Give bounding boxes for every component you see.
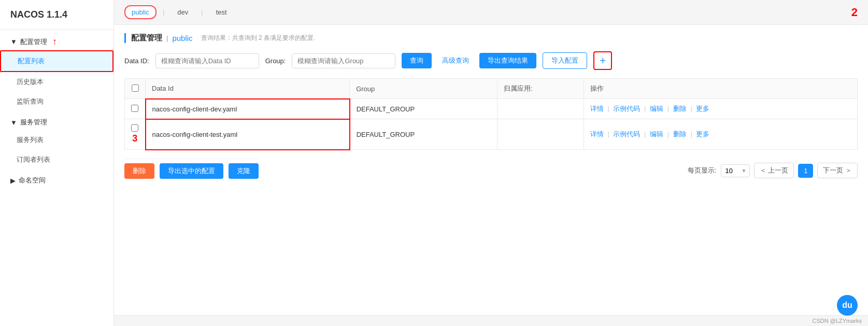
namespace-bar: public | dev | test 2 [114, 0, 868, 25]
prev-page-button[interactable]: ＜ 上一页 [754, 163, 794, 178]
row1-app [497, 99, 584, 119]
table-header-actions: 操作 [584, 79, 857, 99]
sidebar-group-service-label: 服务管理 [20, 118, 47, 127]
row2-actions: 详情 | 示例代码 | 编辑 | 删除 | 更多 [584, 119, 857, 150]
sidebar-item-listen-query[interactable]: 监听查询 [0, 92, 113, 111]
action-sep: | [690, 105, 692, 112]
action-sep: | [644, 105, 646, 112]
content-area: 配置管理 | public 查询结果：共查询到 2 条满足要求的配置. Data… [114, 25, 868, 315]
arrow-icon-2: ▼ [10, 119, 17, 126]
add-config-button[interactable]: + [593, 51, 612, 70]
group-label: Group: [265, 57, 286, 65]
sidebar-group-namespace-label: 命名空间 [19, 176, 46, 185]
row1-checkbox[interactable] [131, 105, 138, 112]
sidebar-group-label: 配置管理 [20, 37, 47, 47]
row1-delete-link[interactable]: 删除 [673, 105, 687, 112]
row1-checkbox-cell [125, 99, 146, 119]
delete-button[interactable]: 删除 [124, 163, 154, 179]
table-header-app: 归属应用: [497, 79, 584, 99]
ns-tab-dev[interactable]: dev [170, 6, 195, 19]
du-badge[interactable]: du [837, 295, 858, 316]
data-id-label: Data ID: [124, 57, 149, 65]
row2-checkbox[interactable] [131, 124, 138, 132]
next-page-button[interactable]: 下一页 ＞ [817, 163, 858, 178]
page-title: 配置管理 [131, 33, 162, 43]
ns-tab-public[interactable]: public [124, 5, 156, 19]
row2-group: DEFAULT_GROUP [350, 119, 497, 150]
page-size-select[interactable]: 10 20 50 100 [721, 164, 750, 177]
row2-delete-link[interactable]: 删除 [673, 130, 687, 138]
clone-button[interactable]: 克隆 [229, 163, 259, 179]
table-header-data-id: Data Id [146, 79, 350, 99]
row1-detail-link[interactable]: 详情 [590, 105, 604, 112]
table-row: nacos-config-client-dev.yaml DEFAULT_GRO… [125, 99, 858, 119]
pagination-bar: 每页显示: 10 20 50 100 ▼ ＜ 上一页 1 下一页 ＞ [688, 159, 858, 182]
advanced-query-button[interactable]: 高级查询 [438, 53, 473, 68]
row2-detail-link[interactable]: 详情 [590, 130, 604, 138]
row2-example-link[interactable]: 示例代码 [613, 130, 640, 138]
sidebar-group-config-management[interactable]: ▼ 配置管理 ↑ [0, 30, 113, 50]
export-selected-button[interactable]: 导出选中的配置 [160, 163, 223, 179]
action-sep: | [607, 130, 609, 138]
action-sep: | [667, 130, 669, 138]
sidebar-group-service-management[interactable]: ▼ 服务管理 [0, 111, 113, 130]
arrow-icon: ▼ [10, 38, 17, 46]
query-result-text: 查询结果：共查询到 2 条满足要求的配置. [201, 34, 316, 42]
table-header-group: Group [350, 79, 497, 99]
row1-actions: 详情 | 示例代码 | 编辑 | 删除 | 更多 [584, 99, 857, 119]
ns-sep-2: | [201, 8, 203, 16]
row2-data-id: nacos-config-client-test.yaml [146, 119, 350, 150]
table-row: 3 nacos-config-client-test.yaml DEFAULT_… [125, 119, 858, 150]
group-input[interactable] [292, 53, 395, 68]
footer-watermark: CSDN @LZYmarks [114, 315, 868, 326]
config-table: Data Id Group 归属应用: 操作 nacos-config-clie… [124, 78, 858, 150]
row2-app [497, 119, 584, 150]
bottom-section: 删除 导出选中的配置 克隆 每页显示: 10 20 50 100 ▼ [124, 159, 858, 183]
annotation-num-3: 3 [132, 133, 137, 144]
page-subtitle: public [172, 34, 192, 42]
page-header: 配置管理 | public 查询结果：共查询到 2 条满足要求的配置. [124, 33, 858, 43]
ns-tab-test[interactable]: test [209, 6, 234, 19]
sidebar: NACOS 1.1.4 ▼ 配置管理 ↑ 配置列表 历史版本 监听查询 ▼ 服务… [0, 0, 114, 326]
current-page-button[interactable]: 1 [798, 164, 813, 178]
select-all-checkbox[interactable] [132, 84, 139, 92]
annotation-num-2: 2 [851, 6, 858, 19]
search-bar: Data ID: Group: 查询 高级查询 导出查询结果 导入配置 + [124, 51, 858, 70]
sidebar-item-subscriber-list[interactable]: 订阅者列表 [0, 150, 113, 169]
annotation-arrow-1: ↑ [52, 36, 57, 47]
sidebar-item-history[interactable]: 历史版本 [0, 72, 113, 92]
row2-edit-link[interactable]: 编辑 [650, 130, 663, 138]
sidebar-menu: ▼ 配置管理 ↑ 配置列表 历史版本 监听查询 ▼ 服务管理 服务列表 订阅者列… [0, 30, 113, 326]
export-result-button[interactable]: 导出查询结果 [479, 53, 536, 68]
action-sep: | [607, 105, 609, 112]
action-sep: | [667, 105, 669, 112]
arrow-icon-3: ▶ [10, 177, 16, 185]
sidebar-item-service-list[interactable]: 服务列表 [0, 130, 113, 150]
action-sep: | [644, 130, 646, 138]
page-size-select-wrap: 10 20 50 100 ▼ [721, 164, 750, 177]
row2-more-link[interactable]: 更多 [696, 130, 709, 138]
page-size-label: 每页显示: [688, 166, 717, 175]
row1-more-link[interactable]: 更多 [696, 105, 709, 112]
row1-example-link[interactable]: 示例代码 [613, 105, 640, 112]
action-sep: | [690, 130, 692, 138]
data-id-input[interactable] [155, 53, 259, 68]
main-content: public | dev | test 2 配置管理 | public 查询结果… [114, 0, 868, 326]
query-button[interactable]: 查询 [402, 53, 432, 68]
bottom-bar: 删除 导出选中的配置 克隆 [124, 159, 259, 183]
row2-checkbox-cell: 3 [125, 119, 146, 150]
row1-edit-link[interactable]: 编辑 [650, 105, 663, 112]
import-config-button[interactable]: 导入配置 [543, 52, 587, 69]
row1-group: DEFAULT_GROUP [350, 99, 497, 119]
page-sep: | [166, 34, 168, 42]
sidebar-logo: NACOS 1.1.4 [0, 0, 113, 30]
table-header-checkbox [125, 79, 146, 99]
sidebar-item-config-list[interactable]: 配置列表 [0, 50, 113, 72]
ns-sep-1: | [163, 8, 164, 16]
sidebar-group-namespace[interactable]: ▶ 命名空间 [0, 169, 113, 188]
row1-data-id: nacos-config-client-dev.yaml [146, 99, 350, 119]
